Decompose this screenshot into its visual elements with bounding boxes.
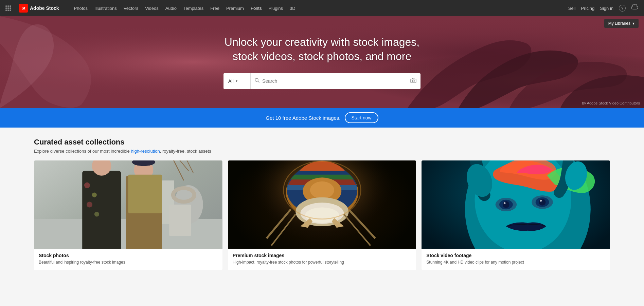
collection-card-stock-photos[interactable]: Stock photos Beautiful and inspiring roy… xyxy=(34,160,222,270)
navbar-right: Sell Pricing Sign in ? xyxy=(568,4,639,12)
collection-desc-1: High-impact, royalty-free stock photos f… xyxy=(233,260,412,265)
nav-item-free[interactable]: Free xyxy=(208,4,222,12)
svg-point-33 xyxy=(310,181,334,199)
search-input-wrapper xyxy=(251,73,421,89)
collection-info-premium-stock: Premium stock images High-impact, royalt… xyxy=(228,249,416,270)
nav-item-templates[interactable]: Templates xyxy=(181,4,206,12)
svg-point-52 xyxy=(540,200,542,202)
svg-point-51 xyxy=(539,199,546,206)
curated-section-title: Curated asset collections xyxy=(34,138,610,147)
filter-chevron-icon: ▾ xyxy=(236,79,237,83)
svg-point-17 xyxy=(94,212,99,216)
hero-title: Unlock your creativity with stock images… xyxy=(223,35,421,63)
collection-image-neon xyxy=(422,160,610,249)
collection-name-1: Premium stock images xyxy=(233,253,412,258)
svg-point-15 xyxy=(92,192,97,197)
svg-rect-20 xyxy=(128,175,162,213)
collection-name-0: Stock photos xyxy=(39,253,218,258)
nav-item-3d[interactable]: 3D xyxy=(287,4,298,12)
svg-rect-26 xyxy=(169,205,191,236)
nav-item-videos[interactable]: Videos xyxy=(142,4,161,12)
collections-grid: Stock photos Beautiful and inspiring roy… xyxy=(34,160,610,270)
svg-rect-6 xyxy=(411,79,416,83)
collection-info-stock-photos: Stock photos Beautiful and inspiring roy… xyxy=(34,249,222,270)
promo-text: Get 10 free Adobe Stock images. xyxy=(266,115,340,121)
sign-in-link[interactable]: Sign in xyxy=(600,6,613,11)
collection-image-insect xyxy=(228,160,416,249)
brand-name: Adobe Stock xyxy=(30,5,59,11)
svg-rect-22 xyxy=(138,160,149,165)
collection-name-2: Stock video footage xyxy=(426,253,605,258)
nav-item-plugins[interactable]: Plugins xyxy=(266,4,286,12)
svg-rect-12 xyxy=(82,171,121,249)
main-nav: Photos Illustrations Vectors Videos Audi… xyxy=(71,4,298,12)
curated-section-subtitle: Explore diverse collections of our most … xyxy=(34,149,610,154)
adobe-stock-logo-mark: St xyxy=(19,4,28,13)
collection-card-premium-stock[interactable]: Premium stock images High-impact, royalt… xyxy=(228,160,416,270)
start-now-button[interactable]: Start now xyxy=(345,112,378,123)
hero-section: Unlock your creativity with stock images… xyxy=(0,16,644,108)
svg-line-5 xyxy=(258,81,259,82)
brand-logo[interactable]: St Adobe Stock xyxy=(19,4,59,13)
svg-point-48 xyxy=(504,202,506,204)
nav-item-audio[interactable]: Audio xyxy=(163,4,179,12)
hero-content: Unlock your creativity with stock images… xyxy=(223,35,421,89)
collection-desc-2: Stunning 4K and HD video clips for any m… xyxy=(426,260,605,265)
hero-attribution: by Adobe Stock Video Contributors xyxy=(582,101,640,105)
search-bar: All ▾ xyxy=(223,73,421,89)
svg-point-16 xyxy=(87,202,92,207)
sell-link[interactable]: Sell xyxy=(568,6,576,11)
nav-item-photos[interactable]: Photos xyxy=(71,4,90,12)
collection-card-stock-video[interactable]: Stock video footage Stunning 4K and HD v… xyxy=(422,160,610,270)
navbar-left: St Adobe Stock Photos Illustrations Vect… xyxy=(5,4,298,13)
visual-search-icon[interactable] xyxy=(410,78,416,84)
nav-item-vectors[interactable]: Vectors xyxy=(121,4,141,12)
collection-desc-0: Beautiful and inspiring royalty-free sto… xyxy=(39,260,218,265)
promo-banner: Get 10 free Adobe Stock images. Start no… xyxy=(0,108,644,128)
search-input[interactable] xyxy=(262,78,408,84)
my-libraries-button[interactable]: My Libraries ▾ xyxy=(604,19,639,28)
nav-item-illustrations[interactable]: Illustrations xyxy=(92,4,120,12)
svg-point-14 xyxy=(84,183,90,188)
my-libraries-label: My Libraries xyxy=(608,21,630,26)
nav-item-premium[interactable]: Premium xyxy=(223,4,247,12)
pricing-link[interactable]: Pricing xyxy=(581,6,595,11)
collection-image-fashion xyxy=(34,160,222,249)
svg-point-47 xyxy=(503,201,509,208)
collection-info-stock-video: Stock video footage Stunning 4K and HD v… xyxy=(422,249,610,270)
nav-item-fonts[interactable]: Fonts xyxy=(248,4,265,12)
main-content: Curated asset collections Explore divers… xyxy=(0,128,644,284)
search-icon xyxy=(255,78,260,84)
search-filter-dropdown[interactable]: All ▾ xyxy=(223,73,251,89)
my-libraries-chevron: ▾ xyxy=(632,21,634,26)
apps-grid-icon[interactable] xyxy=(5,5,11,11)
help-icon[interactable]: ? xyxy=(619,5,626,12)
svg-point-7 xyxy=(412,80,414,82)
highlight-link[interactable]: high-resolution xyxy=(131,149,160,154)
creative-cloud-icon[interactable] xyxy=(631,4,639,12)
navbar: St Adobe Stock Photos Illustrations Vect… xyxy=(0,0,644,16)
search-filter-label: All xyxy=(228,78,234,84)
